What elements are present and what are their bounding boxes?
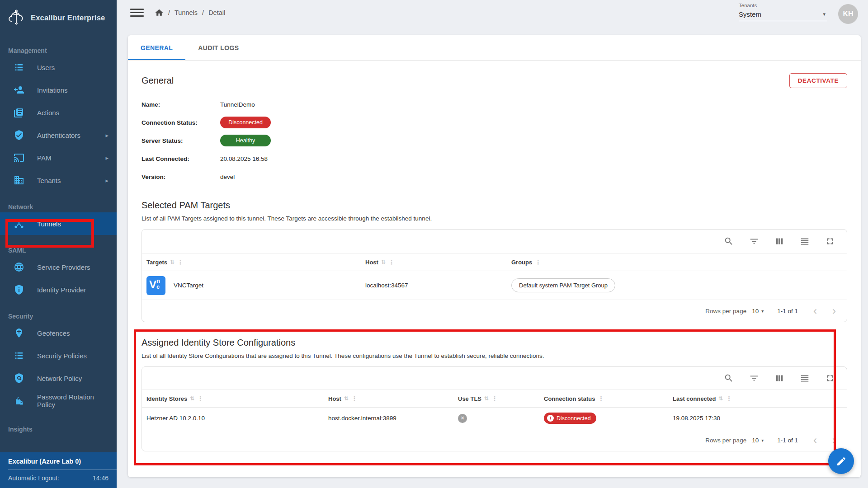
sidebar-item-password-rotation-policy[interactable]: Password Rotation Policy	[0, 389, 117, 412]
list-icon	[14, 62, 24, 73]
rows-per-page-label: Rows per page	[705, 437, 746, 444]
sidebar-item-tunnels[interactable]: Tunnels	[0, 212, 117, 235]
pencil-icon	[836, 456, 847, 467]
sidebar-item-users[interactable]: Users	[0, 56, 117, 79]
column-menu-icon[interactable]: ⋮	[726, 395, 732, 402]
table-toolbar	[142, 367, 847, 389]
sidebar-item-security-policies[interactable]: Security Policies	[0, 344, 117, 367]
sidebar-item-label: Actions	[37, 109, 59, 117]
sidebar-item-service-providers[interactable]: Service Providers	[0, 256, 117, 278]
next-page-icon[interactable]: ›	[832, 305, 836, 316]
sidebar-item-tenants[interactable]: Tenants ▸	[0, 169, 117, 192]
main-card: GENERAL AUDIT LOGS General DEACTIVATE Na…	[128, 35, 861, 477]
deactivate-button[interactable]: DEACTIVATE	[789, 73, 847, 88]
column-header-connection-status[interactable]: Connection status	[544, 395, 595, 402]
tab-audit-logs[interactable]: AUDIT LOGS	[185, 35, 251, 60]
filter-icon[interactable]	[749, 236, 759, 246]
column-menu-icon[interactable]: ⋮	[388, 258, 395, 266]
sidebar: Excalibur Enterprise Management Users In…	[0, 0, 117, 488]
environment-title: Excalibur (Azure Lab 0)	[0, 458, 117, 469]
connection-status-badge: ! Disconnected	[544, 413, 596, 424]
column-menu-icon[interactable]: ⋮	[535, 258, 541, 266]
fullscreen-icon[interactable]	[825, 236, 835, 246]
sort-icon[interactable]: ⇅	[344, 395, 349, 402]
avatar[interactable]: KH	[838, 4, 858, 24]
columns-icon[interactable]	[774, 236, 784, 246]
menu-icon[interactable]	[130, 8, 144, 18]
shield-check-icon	[14, 130, 24, 141]
pam-targets-title: Selected PAM Targets	[142, 200, 847, 211]
shield-search-icon	[14, 373, 24, 384]
general-section-title: General	[142, 75, 174, 86]
identity-stores-description: List of all Identity Store Configuration…	[142, 352, 847, 359]
sidebar-item-pam[interactable]: PAM ▸	[0, 146, 117, 169]
density-icon[interactable]	[800, 236, 810, 246]
table-row[interactable]: Vnc VNCTarget localhost:34567 Default sy…	[142, 271, 847, 300]
sort-icon[interactable]: ⇅	[170, 259, 175, 265]
column-menu-icon[interactable]: ⋮	[491, 395, 498, 402]
table-pagination: Rows per page 10 ▾ 1-1 of 1 ‹ ›	[142, 429, 847, 451]
search-icon[interactable]	[724, 373, 734, 383]
table-row[interactable]: Hetzner AD 10.2.0.10 host.docker.interna…	[142, 408, 847, 429]
topbar: / Tunnels / Detail Tenants System ▾ KH	[117, 0, 868, 25]
column-header-groups[interactable]: Groups	[511, 259, 532, 266]
sort-icon[interactable]: ⇅	[381, 259, 386, 265]
column-menu-icon[interactable]: ⋮	[351, 395, 358, 402]
sort-icon[interactable]: ⇅	[718, 395, 723, 402]
column-header-host[interactable]: Host	[328, 395, 341, 402]
sidebar-item-label: Tenants	[37, 177, 61, 184]
column-header-identity-stores[interactable]: Identity Stores	[146, 395, 187, 402]
sidebar-item-identity-provider[interactable]: Identity Provider	[0, 278, 117, 301]
column-menu-icon[interactable]: ⋮	[598, 395, 604, 402]
fullscreen-icon[interactable]	[825, 373, 835, 383]
group-chip: Default system PAM Target Group	[511, 278, 615, 292]
table-toolbar	[142, 230, 847, 253]
columns-icon[interactable]	[774, 373, 784, 383]
tab-general[interactable]: GENERAL	[128, 35, 185, 60]
next-page-icon[interactable]: ›	[832, 435, 836, 446]
pam-targets-table: Targets ⇅ ⋮ Host ⇅ ⋮ Groups ⋮ Vnc	[142, 229, 847, 322]
caret-down-icon: ▾	[761, 309, 764, 314]
column-menu-icon[interactable]: ⋮	[177, 258, 184, 266]
connection-status-badge: Disconnected	[220, 117, 271, 128]
chevron-right-icon: ▸	[105, 177, 108, 184]
target-name: VNCTarget	[174, 282, 203, 289]
sidebar-item-actions[interactable]: Actions	[0, 101, 117, 124]
sidebar-item-geofences[interactable]: Geofences	[0, 322, 117, 344]
person-add-icon	[14, 84, 24, 95]
caret-down-icon: ▾	[761, 438, 764, 443]
home-icon[interactable]	[155, 8, 164, 17]
target-host: localhost:34567	[361, 282, 507, 289]
field-value-name: TunnelDemo	[220, 101, 255, 108]
field-label-version: Version:	[142, 174, 220, 180]
breadcrumb-tunnels[interactable]: Tunnels	[175, 9, 198, 16]
field-label-name: Name:	[142, 101, 220, 108]
auto-logout-label: Automatic Logout:	[8, 474, 59, 482]
rows-per-page-select[interactable]: 10 ▾	[752, 437, 764, 444]
sort-icon[interactable]: ⇅	[190, 395, 194, 402]
previous-page-icon[interactable]: ‹	[813, 305, 817, 316]
table-pagination: Rows per page 10 ▾ 1-1 of 1 ‹ ›	[142, 300, 847, 322]
rows-per-page-select[interactable]: 10 ▾	[752, 308, 764, 314]
brand: Excalibur Enterprise	[0, 0, 117, 35]
tenant-select[interactable]: Tenants System ▾	[739, 3, 827, 21]
column-header-host[interactable]: Host	[365, 259, 378, 266]
search-icon[interactable]	[724, 236, 734, 246]
sidebar-item-label: Invitations	[37, 86, 68, 94]
previous-page-icon[interactable]: ‹	[813, 435, 817, 446]
column-header-targets[interactable]: Targets	[146, 259, 167, 266]
filter-icon[interactable]	[749, 373, 759, 383]
density-icon[interactable]	[800, 373, 810, 383]
column-header-use-tls[interactable]: Use TLS	[458, 395, 481, 402]
sort-icon[interactable]: ⇅	[484, 395, 489, 402]
sidebar-item-authenticators[interactable]: Authenticators ▸	[0, 124, 117, 146]
sidebar-section-management: Management	[8, 47, 117, 54]
shield-info-icon	[14, 284, 24, 295]
pam-targets-description: List of all PAM Targets assigned to this…	[142, 215, 847, 222]
column-menu-icon[interactable]: ⋮	[197, 395, 203, 402]
column-header-last-connected[interactable]: Last connected	[673, 395, 716, 402]
sidebar-item-invitations[interactable]: Invitations	[0, 79, 117, 101]
sidebar-item-network-policy[interactable]: Network Policy	[0, 367, 117, 389]
edit-fab-button[interactable]	[828, 448, 854, 474]
breadcrumb-separator: /	[202, 9, 204, 16]
